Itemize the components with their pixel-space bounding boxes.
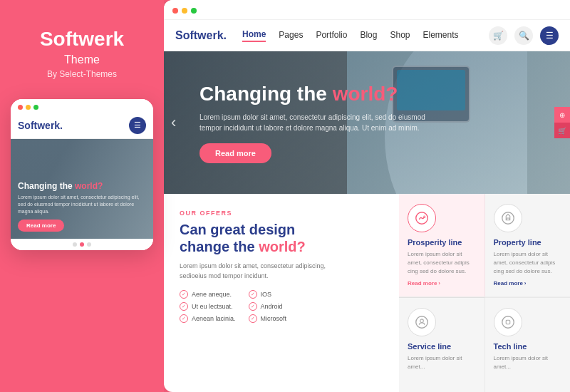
property-card: Property line Lorem ipsum dolor sit amet… xyxy=(485,194,571,296)
property-readmore-button[interactable]: Read more › xyxy=(494,280,562,287)
nav-item-blog[interactable]: Blog xyxy=(360,30,377,41)
mobile-dot-yellow xyxy=(26,105,31,110)
browser-site-logo: Softwerk. xyxy=(175,29,227,42)
hero-description: Lorem ipsum dolor sit amet, consectetur … xyxy=(200,112,428,133)
svg-point-1 xyxy=(423,215,426,218)
nav-item-pages[interactable]: Pages xyxy=(279,30,303,41)
left-panel: Softwerk Theme By Select-Themes Softwerk… xyxy=(0,0,164,392)
tech-card-desc: Lorem ipsum dolor sit amet... xyxy=(494,354,562,382)
service-icon-wrap xyxy=(408,308,436,336)
browser-mockup: Softwerk. Home Pages Portfolio Blog Shop… xyxy=(164,0,570,392)
offers-description: Lorem ipsum dolor sit amet, consectetur … xyxy=(180,261,351,282)
mobile-hero-desc: Lorem ipsum dolor sit amet, consectetur … xyxy=(18,194,146,215)
check-icon-5: ✓ xyxy=(249,302,257,311)
check-icon-4: ✓ xyxy=(249,290,257,299)
offers-item-6: ✓ Microsoft xyxy=(249,314,287,323)
browser-nav: Softwerk. Home Pages Portfolio Blog Shop… xyxy=(164,20,570,51)
offers-col-1: ✓ Aene aneque. ✓ Ut eu lectsuat. ✓ Aenea… xyxy=(180,290,236,323)
mobile-top-bar xyxy=(11,99,153,113)
mobile-read-more-button[interactable]: Read more xyxy=(18,220,64,232)
svg-rect-6 xyxy=(506,320,510,324)
browser-dot-yellow xyxy=(182,8,187,14)
mobile-logo: Softwerk. xyxy=(18,120,63,131)
mobile-nav-dot-3[interactable] xyxy=(87,242,91,247)
browser-top-bar xyxy=(164,0,570,20)
mobile-dots-row xyxy=(11,239,153,250)
prosperity-card: Prosperity line Lorem ipsum dolor sit am… xyxy=(399,194,485,296)
theme-subtitle: Theme xyxy=(64,53,100,66)
mobile-hero-title: Changing the world? xyxy=(18,181,146,192)
property-card-desc: Lorem ipsum dolor sit amet, consectetur … xyxy=(494,250,562,276)
search-icon[interactable]: 🔍 xyxy=(514,26,533,45)
cards-row-1: Prosperity line Lorem ipsum dolor sit am… xyxy=(399,194,570,296)
prosperity-card-desc: Lorem ipsum dolor sit amet, consectetur … xyxy=(408,250,476,276)
browser-dot-green xyxy=(191,8,197,14)
service-card: Service line Lorem ipsum dolor sit amet.… xyxy=(399,297,485,392)
browser-content: OUR OFFERS Can great design change the w… xyxy=(164,194,570,392)
hero-read-more-button[interactable]: Read more xyxy=(200,143,271,163)
property-card-title: Property line xyxy=(494,238,562,247)
offers-item-1: ✓ Aene aneque. xyxy=(180,290,236,299)
prosperity-readmore-button[interactable]: Read more › xyxy=(408,280,476,287)
nav-item-portfolio[interactable]: Portfolio xyxy=(316,30,347,41)
theme-byline: By Select-Themes xyxy=(47,69,117,79)
cart-icon[interactable]: 🛒 xyxy=(489,26,507,45)
mobile-mockup: Softwerk. ☰ Changing the world? Lorem ip… xyxy=(11,99,153,250)
service-card-desc: Lorem ipsum dolor sit amet... xyxy=(408,354,476,382)
service-card-title: Service line xyxy=(408,342,476,351)
offers-col-2: ✓ IOS ✓ Android ✓ Microsoft xyxy=(249,290,287,323)
property-icon-wrap xyxy=(494,204,522,232)
prosperity-icon xyxy=(414,210,430,226)
mobile-menu-icon[interactable]: ☰ xyxy=(129,117,146,134)
social-icon-2[interactable]: 🛒 xyxy=(554,123,570,138)
hero-content: Changing the world? Lorem ipsum dolor si… xyxy=(164,82,463,163)
nav-item-home[interactable]: Home xyxy=(242,29,266,42)
tech-icon xyxy=(500,314,516,330)
mobile-nav-dot-1[interactable] xyxy=(73,242,77,247)
check-icon-6: ✓ xyxy=(249,314,257,323)
property-icon xyxy=(500,210,516,226)
browser-hero: ‹ Changing the world? Lorem ipsum dolor … xyxy=(164,51,570,194)
tech-card-title: Tech line xyxy=(494,342,562,351)
svg-point-4 xyxy=(420,319,424,323)
hero-title: Changing the world? xyxy=(200,82,428,106)
feature-cards-section: Prosperity line Lorem ipsum dolor sit am… xyxy=(399,194,570,392)
offers-title: Can great design change the world? xyxy=(180,221,383,255)
mobile-hero: Changing the world? Lorem ipsum dolor si… xyxy=(11,139,153,239)
prosperity-card-title: Prosperity line xyxy=(408,238,476,247)
check-icon-2: ✓ xyxy=(180,302,188,311)
offers-item-4: ✓ IOS xyxy=(249,290,287,299)
check-icon-1: ✓ xyxy=(180,290,188,299)
mobile-dot-green xyxy=(33,105,38,110)
offers-item-5: ✓ Android xyxy=(249,302,287,311)
offers-label: OUR OFFERS xyxy=(180,210,383,217)
check-icon-3: ✓ xyxy=(180,314,188,323)
nav-item-shop[interactable]: Shop xyxy=(390,30,410,41)
tech-card: Tech line Lorem ipsum dolor sit amet... xyxy=(485,297,571,392)
mobile-hero-content: Changing the world? Lorem ipsum dolor si… xyxy=(18,181,146,232)
browser-nav-items: Home Pages Portfolio Blog Shop Elements xyxy=(242,29,489,42)
theme-name: Softwerk xyxy=(40,29,124,51)
offers-item-2: ✓ Ut eu lectsuat. xyxy=(180,302,236,311)
mobile-nav-dot-2[interactable] xyxy=(80,242,84,247)
nav-item-elements[interactable]: Elements xyxy=(423,30,458,41)
mobile-dot-red xyxy=(18,105,23,110)
svg-point-5 xyxy=(502,316,514,329)
browser-dot-red xyxy=(172,8,178,14)
hero-side-icons: ⊕ 🛒 xyxy=(554,107,570,138)
hero-prev-arrow[interactable]: ‹ xyxy=(171,113,176,132)
tech-icon-wrap xyxy=(494,308,522,336)
browser-nav-icons: 🛒 🔍 ☰ xyxy=(489,26,559,45)
offers-item-3: ✓ Aenean lacinia. xyxy=(180,314,236,323)
hamburger-icon: ☰ xyxy=(134,120,141,130)
service-icon xyxy=(414,314,430,330)
cards-row-2: Service line Lorem ipsum dolor sit amet.… xyxy=(399,296,570,392)
offers-list: ✓ Aene aneque. ✓ Ut eu lectsuat. ✓ Aenea… xyxy=(180,290,383,323)
menu-icon[interactable]: ☰ xyxy=(540,26,559,45)
mobile-nav: Softwerk. ☰ xyxy=(11,113,153,139)
offers-section: OUR OFFERS Can great design change the w… xyxy=(164,194,399,392)
social-icon-1[interactable]: ⊕ xyxy=(554,107,570,123)
prosperity-icon-wrap xyxy=(408,204,436,232)
